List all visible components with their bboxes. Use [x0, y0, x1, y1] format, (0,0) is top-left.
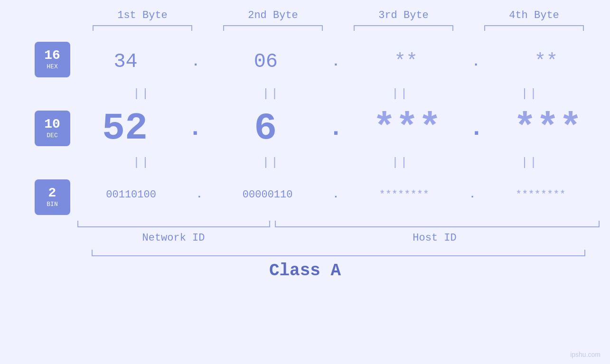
byte2-header: 2nd Byte	[216, 9, 330, 21]
main-grid: 16 HEX 10 DEC 2 BIN 34 . 06 . ** . **	[11, 38, 600, 218]
byte-headers: 1st Byte 2nd Byte 3rd Byte 4th Byte	[77, 9, 600, 21]
bin-dot2: .	[333, 189, 339, 201]
hex-b3: **	[373, 50, 439, 73]
dec-dot1: .	[188, 115, 202, 142]
dec-b3: ***	[373, 107, 440, 150]
bin-b1: 00110100	[86, 189, 176, 201]
sep4: ||	[473, 87, 587, 100]
dec-b4: ***	[514, 107, 580, 150]
hex-dot3: .	[472, 55, 480, 69]
bin-b4: ********	[496, 189, 586, 201]
bracket-top-3	[354, 25, 453, 31]
sep6: ||	[214, 156, 328, 169]
top-brackets	[77, 25, 600, 31]
byte4-header: 4th Byte	[477, 9, 591, 21]
sep3: ||	[344, 87, 458, 100]
bracket-host	[275, 221, 600, 227]
badges-column: 16 HEX 10 DEC 2 BIN	[11, 38, 73, 218]
hex-b1: 34	[93, 50, 159, 73]
hex-b4: **	[513, 50, 579, 73]
host-id-label: Host ID	[270, 232, 600, 244]
sep2: ||	[214, 87, 328, 100]
dec-b2: 6	[232, 107, 299, 150]
dec-badge: 10 DEC	[35, 111, 70, 146]
hex-badge: 16 HEX	[35, 42, 70, 77]
bottom-section: Network ID Host ID	[77, 221, 600, 244]
bracket-top-2	[223, 25, 323, 31]
bottom-brackets	[77, 221, 600, 227]
main-container: 1st Byte 2nd Byte 3rd Byte 4th Byte 16 H…	[0, 0, 610, 364]
dec-b1: 52	[92, 107, 158, 150]
watermark: ipshu.com	[570, 351, 601, 358]
bin-dot1: .	[196, 189, 202, 201]
sep-hex-dec: || || || ||	[73, 85, 600, 102]
sep7: ||	[344, 156, 458, 169]
byte3-header: 3rd Byte	[347, 9, 460, 21]
sep1: ||	[85, 87, 199, 100]
bin-b3: ********	[359, 189, 449, 201]
byte1-header: 1st Byte	[85, 9, 199, 21]
bin-b2: 00000110	[223, 189, 313, 201]
sep5: ||	[85, 156, 199, 169]
hex-row: 34 . 06 . ** . **	[73, 38, 600, 85]
bottom-labels: Network ID Host ID	[77, 232, 600, 244]
bin-row: 00110100 . 00000110 . ******** . *******…	[73, 171, 600, 218]
bracket-top-1	[93, 25, 192, 31]
bracket-top-4	[484, 25, 584, 31]
dec-dot2: .	[328, 115, 343, 142]
hex-dot1: .	[192, 55, 200, 69]
network-id-label: Network ID	[77, 232, 270, 244]
bin-badge: 2 BIN	[35, 179, 70, 215]
class-label: Class A	[269, 261, 341, 280]
hex-b2: 06	[233, 50, 299, 73]
outer-bracket	[92, 250, 585, 256]
bin-dot3: .	[469, 189, 475, 201]
sep-dec-bin: || || || ||	[73, 154, 600, 171]
dec-dot3: .	[469, 115, 484, 142]
values-area: 34 . 06 . ** . ** || || || || 52 . 6 .	[73, 38, 600, 218]
bracket-net	[77, 221, 270, 227]
hex-dot2: .	[332, 55, 340, 69]
dec-row: 52 . 6 . *** . ***	[73, 102, 600, 154]
sep8: ||	[473, 156, 587, 169]
